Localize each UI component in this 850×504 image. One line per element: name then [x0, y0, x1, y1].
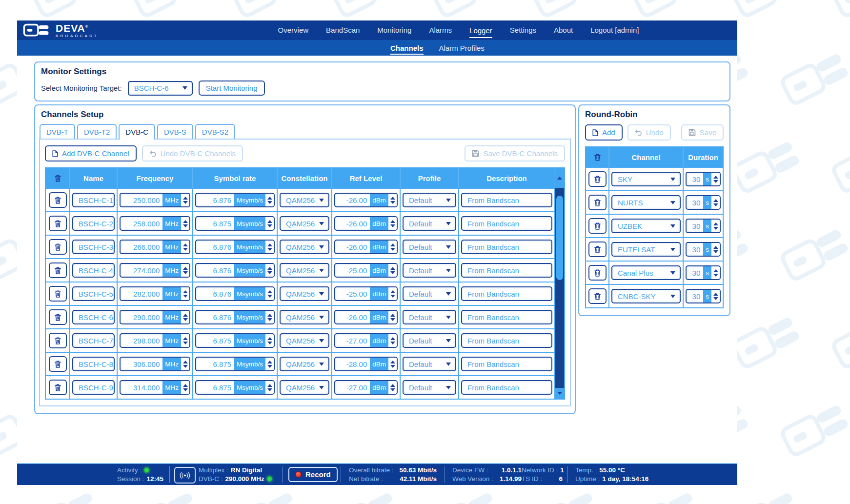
channel-name-input[interactable]: BSCH-C-2	[72, 216, 115, 231]
step-up-icon[interactable]	[713, 199, 718, 202]
description-input[interactable]: From Bandscan	[461, 240, 552, 254]
step-up-icon[interactable]	[267, 197, 272, 200]
symbol-rate-stepper[interactable]	[265, 334, 274, 347]
rr-channel-select[interactable]: EUTELSAT	[611, 242, 681, 257]
ref-level-input[interactable]: -25.00 dBm	[334, 286, 398, 301]
step-down-icon[interactable]	[267, 224, 272, 227]
description-input[interactable]: From Bandscan	[461, 263, 552, 278]
description-input[interactable]: From Bandscan	[461, 193, 552, 207]
constellation-select[interactable]: QAM256	[280, 357, 329, 371]
frequency-input[interactable]: 290.000 MHz	[120, 310, 190, 324]
delete-channel-button[interactable]	[49, 239, 67, 255]
frequency-input[interactable]: 306.000 MHz	[120, 357, 190, 371]
step-down-icon[interactable]	[183, 201, 188, 204]
description-input[interactable]: From Bandscan	[461, 286, 552, 301]
step-down-icon[interactable]	[183, 248, 188, 251]
rr-channel-select[interactable]: NURTS	[611, 195, 681, 210]
channel-name-input[interactable]: BSCH-C-1	[72, 193, 115, 207]
channel-name-input[interactable]: BSCH-C-6	[72, 310, 115, 324]
rr-delete-button[interactable]	[588, 218, 607, 234]
step-up-icon[interactable]	[713, 176, 718, 179]
step-down-icon[interactable]	[183, 224, 188, 227]
step-up-icon[interactable]	[267, 361, 272, 363]
ref-level-input[interactable]: -27.00 dBm	[334, 333, 398, 348]
rr-duration-stepper[interactable]	[711, 220, 720, 232]
symbol-rate-input[interactable]: 6.875 Msymb/s	[195, 216, 275, 231]
ref-level-stepper[interactable]	[388, 287, 397, 300]
profile-select[interactable]: Default	[403, 286, 456, 301]
ref-level-input[interactable]: -26.00 dBm	[334, 310, 398, 324]
step-down-icon[interactable]	[267, 365, 272, 368]
rr-channel-select[interactable]: UZBEK	[611, 219, 681, 233]
profile-select[interactable]: Default	[403, 240, 456, 254]
delete-channel-button[interactable]	[49, 380, 67, 395]
step-up-icon[interactable]	[267, 220, 272, 223]
scroll-up-button[interactable]	[555, 168, 564, 188]
frequency-stepper[interactable]	[181, 264, 189, 277]
undo-dvb-c-channels-button[interactable]: Undo DVB-C Channels	[142, 145, 243, 161]
tab-dvb-c[interactable]: DVB-C	[119, 124, 155, 140]
step-up-icon[interactable]	[267, 384, 272, 387]
scrollbar-track[interactable]	[555, 188, 564, 388]
step-up-icon[interactable]	[390, 337, 395, 340]
frequency-stepper[interactable]	[181, 241, 189, 253]
rr-delete-button[interactable]	[588, 195, 607, 210]
step-up-icon[interactable]	[183, 314, 188, 317]
frequency-input[interactable]: 282.000 MHz	[120, 286, 190, 301]
constellation-select[interactable]: QAM256	[280, 193, 329, 207]
rr-channel-select[interactable]: SKY	[611, 172, 681, 186]
step-up-icon[interactable]	[267, 267, 272, 270]
ref-level-input[interactable]: -25.00 dBm	[334, 263, 398, 278]
rr-duration-stepper[interactable]	[711, 266, 720, 279]
nav-item-alarms[interactable]: Alarms	[429, 26, 452, 35]
profile-select[interactable]: Default	[403, 357, 456, 371]
scroll-down-button[interactable]	[555, 388, 564, 399]
step-down-icon[interactable]	[713, 227, 718, 230]
step-up-icon[interactable]	[390, 384, 395, 387]
frequency-input[interactable]: 266.000 MHz	[120, 240, 190, 254]
frequency-stepper[interactable]	[181, 381, 189, 394]
symbol-rate-input[interactable]: 6.875 Msymb/s	[195, 333, 275, 348]
constellation-select[interactable]: QAM256	[280, 380, 329, 395]
rr-duration-input[interactable]: 30 s	[686, 172, 721, 186]
step-down-icon[interactable]	[390, 271, 395, 274]
step-down-icon[interactable]	[713, 297, 718, 300]
description-input[interactable]: From Bandscan	[461, 310, 552, 324]
step-up-icon[interactable]	[390, 197, 395, 200]
channel-name-input[interactable]: BSCH-C-8	[72, 357, 115, 371]
profile-select[interactable]: Default	[403, 216, 456, 231]
step-up-icon[interactable]	[267, 314, 272, 317]
step-down-icon[interactable]	[183, 271, 188, 274]
step-up-icon[interactable]	[713, 246, 718, 249]
save-dvb-c-channels-button[interactable]: Save DVB-C Channels	[465, 145, 565, 161]
step-up-icon[interactable]	[390, 267, 395, 270]
nav-item-bandscan[interactable]: BandScan	[326, 26, 360, 35]
subnav-item-channels[interactable]: Channels	[390, 44, 424, 55]
symbol-rate-stepper[interactable]	[265, 358, 274, 370]
record-button[interactable]: Record	[288, 467, 338, 482]
rr-add-button[interactable]: Add	[585, 124, 623, 141]
step-up-icon[interactable]	[390, 220, 395, 223]
symbol-rate-stepper[interactable]	[265, 311, 274, 323]
ref-level-stepper[interactable]	[388, 381, 397, 394]
step-down-icon[interactable]	[267, 201, 272, 204]
add-dvb-c-channel-button[interactable]: Add DVB-C Channel	[45, 145, 137, 161]
step-up-icon[interactable]	[267, 337, 272, 340]
nav-item-settings[interactable]: Settings	[510, 26, 536, 35]
profile-select[interactable]: Default	[403, 333, 456, 348]
description-input[interactable]: From Bandscan	[461, 357, 552, 371]
tab-dvb-t2[interactable]: DVB-T2	[77, 124, 117, 139]
frequency-stepper[interactable]	[181, 358, 189, 370]
description-input[interactable]: From Bandscan	[461, 216, 552, 231]
channel-name-input[interactable]: BSCH-C-7	[72, 333, 115, 348]
step-up-icon[interactable]	[713, 269, 718, 272]
step-up-icon[interactable]	[183, 290, 188, 293]
tab-dvb-s[interactable]: DVB-S	[157, 124, 193, 139]
rr-duration-input[interactable]: 30 s	[686, 219, 721, 233]
frequency-input[interactable]: 258.000 MHz	[120, 216, 190, 231]
step-down-icon[interactable]	[390, 388, 395, 391]
ref-level-stepper[interactable]	[388, 194, 397, 206]
symbol-rate-input[interactable]: 6.875 Msymb/s	[195, 357, 275, 371]
rr-duration-stepper[interactable]	[711, 173, 720, 185]
symbol-rate-stepper[interactable]	[265, 194, 274, 206]
